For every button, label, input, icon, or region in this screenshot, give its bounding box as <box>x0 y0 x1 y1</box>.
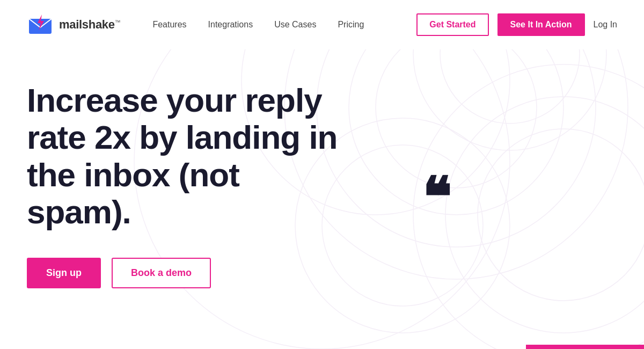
hero-headline: Increase your reply rate 2x by landing i… <box>27 82 338 231</box>
see-it-in-action-button[interactable]: See It In Action <box>497 13 585 36</box>
nav-use-cases[interactable]: Use Cases <box>274 20 316 30</box>
navigation: mailshake™ Features Integrations Use Cas… <box>0 0 644 49</box>
quote-mark-decoration: ❝ <box>422 172 451 226</box>
logo[interactable]: mailshake™ <box>27 11 120 38</box>
logo-icon <box>27 11 54 38</box>
logo-text: mailshake™ <box>59 18 120 32</box>
nav-integrations[interactable]: Integrations <box>208 20 253 30</box>
nav-features[interactable]: Features <box>152 20 186 30</box>
nav-pricing[interactable]: Pricing <box>338 20 364 30</box>
login-button[interactable]: Log In <box>594 20 617 30</box>
bottom-accent-bar <box>526 345 644 349</box>
signup-button[interactable]: Sign up <box>27 258 101 288</box>
book-demo-button[interactable]: Book a demo <box>112 258 211 288</box>
get-started-button[interactable]: Get Started <box>416 13 488 36</box>
nav-actions: Get Started See It In Action Log In <box>416 13 617 36</box>
nav-links: Features Integrations Use Cases Pricing <box>152 20 416 30</box>
hero-section: Increase your reply rate 2x by landing i… <box>0 49 644 288</box>
hero-buttons: Sign up Book a demo <box>27 258 617 288</box>
